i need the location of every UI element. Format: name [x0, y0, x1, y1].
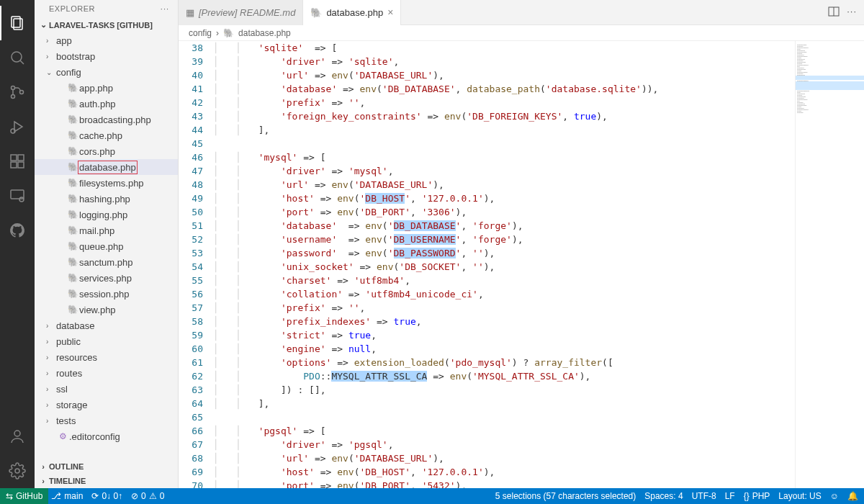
branch-icon: ⎇: [51, 491, 61, 501]
php-icon: 🐘: [66, 146, 79, 156]
activity-github-icon[interactable]: [0, 213, 35, 248]
file-cache-php[interactable]: 🐘cache.php: [35, 127, 178, 143]
svg-point-6: [20, 91, 24, 94]
warning-icon: ⚠: [149, 491, 157, 501]
activity-account-icon[interactable]: [0, 419, 35, 454]
timeline-section[interactable]: ›TIMELINE: [35, 474, 178, 488]
folder-app[interactable]: ›app: [35, 32, 178, 48]
file-cors-php[interactable]: 🐘cors.php: [35, 143, 178, 159]
folder-resources[interactable]: ›resources: [35, 349, 178, 365]
php-icon: 🐘: [66, 257, 79, 267]
folder-tests[interactable]: ›tests: [35, 413, 178, 428]
php-icon: 🐘: [310, 7, 322, 18]
activity-remote-icon[interactable]: [0, 179, 35, 213]
remote-icon: ⇆: [6, 491, 13, 501]
split-editor-icon[interactable]: [828, 6, 840, 19]
php-icon: 🐘: [223, 28, 234, 38]
svg-line-3: [20, 60, 24, 64]
folder-public[interactable]: ›public: [35, 333, 178, 349]
breadcrumb[interactable]: config›🐘database.php: [179, 25, 864, 41]
status-layout[interactable]: Layout: US: [778, 491, 821, 501]
folder-config[interactable]: ⌄config: [35, 64, 178, 80]
php-icon: 🐘: [66, 305, 79, 315]
code-content[interactable]: │ │ 'sqlite' => [│ │ 'driver' => 'sqlite…: [213, 41, 795, 488]
file-database-php[interactable]: 🐘database.php: [35, 159, 178, 175]
status-feedback-icon[interactable]: ☺: [830, 491, 839, 501]
activity-bar: [0, 0, 35, 488]
file-queue-php[interactable]: 🐘queue.php: [35, 238, 178, 254]
tabs: ▦[Preview] README.md 🐘database.php× ···: [179, 0, 864, 25]
editor-more-icon[interactable]: ···: [847, 6, 857, 19]
sidebar-more-icon[interactable]: ···: [161, 4, 169, 13]
php-icon: 🐘: [66, 178, 79, 188]
close-icon[interactable]: ×: [387, 6, 393, 18]
tab-readme-preview[interactable]: ▦[Preview] README.md: [179, 0, 303, 25]
folder-storage[interactable]: ›storage: [35, 397, 178, 413]
braces-icon: {}: [744, 491, 750, 501]
status-bell-icon[interactable]: 🔔: [847, 491, 858, 501]
php-icon: 🐘: [66, 83, 79, 93]
file-logging-php[interactable]: 🐘logging.php: [35, 207, 178, 222]
status-sync[interactable]: ⟳0↓ 0↑: [91, 491, 122, 501]
svg-rect-11: [18, 162, 24, 168]
php-icon: 🐘: [66, 130, 79, 140]
file-mail-php[interactable]: 🐘mail.php: [35, 222, 178, 238]
file-tree: ›app ›bootstrap ⌄config 🐘app.php🐘auth.ph…: [35, 32, 178, 459]
activity-source-control-icon[interactable]: [0, 75, 35, 109]
folder-routes[interactable]: ›routes: [35, 365, 178, 381]
php-icon: 🐘: [66, 289, 79, 299]
svg-point-15: [14, 431, 20, 436]
file-view-php[interactable]: 🐘view.php: [35, 302, 178, 318]
file-hashing-php[interactable]: 🐘hashing.php: [35, 191, 178, 207]
file-app-php[interactable]: 🐘app.php: [35, 80, 178, 96]
php-icon: 🐘: [66, 162, 79, 172]
file-auth-php[interactable]: 🐘auth.php: [35, 96, 178, 112]
svg-rect-12: [18, 155, 24, 161]
svg-point-14: [19, 197, 24, 202]
activity-search-icon[interactable]: [0, 40, 35, 75]
folder-bootstrap[interactable]: ›bootstrap: [35, 48, 178, 64]
preview-icon: ▦: [186, 7, 194, 18]
status-bar: ⇆GitHub ⎇main ⟳0↓ 0↑ ⊘0⚠0 5 selections (…: [0, 488, 864, 504]
status-eol[interactable]: LF: [725, 491, 735, 501]
svg-rect-9: [11, 155, 17, 161]
status-spaces[interactable]: Spaces: 4: [644, 491, 683, 501]
svg-point-4: [12, 86, 15, 90]
outline-section[interactable]: ›OUTLINE: [35, 459, 178, 474]
php-icon: 🐘: [66, 99, 79, 109]
status-branch[interactable]: ⎇main: [51, 491, 83, 501]
file-editorconfig[interactable]: ⚙.editorconfig: [35, 428, 178, 444]
sync-icon: ⟳: [91, 491, 99, 501]
activity-run-debug-icon[interactable]: [0, 109, 35, 144]
svg-marker-7: [14, 122, 22, 132]
file-broadcasting-php[interactable]: 🐘broadcasting.php: [35, 112, 178, 127]
folder-database[interactable]: ›database: [35, 318, 178, 333]
tab-database-php[interactable]: 🐘database.php×: [303, 0, 401, 25]
php-icon: 🐘: [66, 114, 79, 125]
activity-settings-icon[interactable]: [0, 454, 35, 488]
editor-body[interactable]: 3839404142434445464748495051525354555657…: [179, 41, 864, 488]
status-problems[interactable]: ⊘0⚠0: [131, 491, 164, 501]
activity-extensions-icon[interactable]: [0, 144, 35, 179]
status-codespace[interactable]: ⇆GitHub: [0, 488, 48, 504]
folder-ssl[interactable]: ›ssl: [35, 381, 178, 397]
status-lang[interactable]: {}PHP: [744, 491, 770, 501]
file-filesystems-php[interactable]: 🐘filesystems.php: [35, 175, 178, 191]
sidebar-title: EXPLORER: [49, 4, 161, 13]
php-icon: 🐘: [66, 194, 79, 204]
minimap[interactable]: ▬▬▬▬▬▬▬▬▬▬▬ ▬▬▬▬▬▬▬ ▬▬▬▬▬▬▬▬▬▬▬▬▬ ▬▬▬▬ ▬…: [795, 41, 864, 488]
file-sanctum-php[interactable]: 🐘sanctum.php: [35, 254, 178, 270]
php-icon: 🐘: [66, 273, 79, 283]
project-name: LARAVEL-TASKS [GITHUB]: [49, 21, 153, 30]
svg-rect-10: [11, 162, 17, 168]
svg-point-2: [12, 52, 22, 62]
file-services-php[interactable]: 🐘services.php: [35, 270, 178, 286]
php-icon: 🐘: [66, 241, 79, 251]
status-encoding[interactable]: UTF-8: [692, 491, 716, 501]
activity-explorer-icon[interactable]: [0, 6, 35, 40]
line-gutter: 3839404142434445464748495051525354555657…: [179, 41, 213, 488]
php-icon: 🐘: [66, 210, 79, 220]
file-session-php[interactable]: 🐘session.php: [35, 286, 178, 302]
project-section[interactable]: ⌄LARAVEL-TASKS [GITHUB]: [35, 17, 178, 32]
status-selection[interactable]: 5 selections (57 characters selected): [495, 491, 636, 501]
